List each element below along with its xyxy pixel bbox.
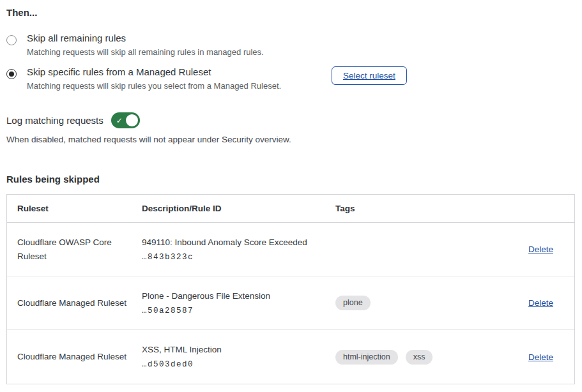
delete-link[interactable]: Delete	[528, 298, 553, 308]
option-label-skip-all: Skip all remaining rules	[27, 33, 332, 43]
column-header-tags: Tags	[335, 204, 505, 213]
rules-table: Ruleset Description/Rule ID Tags Cloudfl…	[6, 194, 575, 384]
rules-table-header: Ruleset Description/Rule ID Tags	[7, 195, 574, 223]
radio-dot	[9, 72, 14, 77]
log-matching-description: When disabled, matched requests will not…	[6, 135, 575, 144]
column-header-description: Description/Rule ID	[142, 204, 335, 213]
log-matching-label: Log matching requests	[6, 115, 103, 126]
toggle-knob	[126, 114, 138, 126]
radio-skip-specific-rules[interactable]	[6, 69, 17, 79]
then-heading: Then...	[6, 7, 575, 18]
rules-table-body: Cloudflare OWASP Core Ruleset 949110: In…	[7, 223, 574, 384]
table-row: Cloudflare OWASP Core Ruleset 949110: In…	[7, 223, 574, 276]
option-desc-skip-specific: Matching requests will skip rules you se…	[27, 81, 332, 91]
ruleset-cell: Cloudflare Managed Ruleset	[17, 296, 142, 310]
select-ruleset-button[interactable]: Select ruleset	[332, 66, 407, 85]
log-matching-section: Log matching requests ✓ When disabled, m…	[6, 112, 575, 144]
tag-pill: html-injection	[335, 350, 398, 365]
tags-cell: plone	[335, 296, 505, 310]
tag-pill: plone	[335, 296, 371, 310]
ruleset-cell: Cloudflare Managed Ruleset	[17, 350, 142, 364]
column-header-ruleset: Ruleset	[17, 204, 142, 213]
ruleset-cell: Cloudflare OWASP Core Ruleset	[17, 236, 142, 263]
option-desc-skip-all: Matching requests will skip all remainin…	[27, 47, 332, 57]
rule-description: Plone - Dangerous File Extension	[142, 291, 335, 301]
option-label-skip-specific: Skip specific rules from a Managed Rules…	[27, 66, 332, 77]
rule-description: 949110: Inbound Anomaly Score Exceeded	[142, 237, 335, 247]
log-matching-toggle[interactable]: ✓	[111, 112, 140, 128]
waf-skip-rule-panel: Then... Skip all remaining rules Matchin…	[0, 0, 582, 384]
delete-link[interactable]: Delete	[528, 352, 553, 362]
radio-dot	[9, 38, 14, 43]
delete-link[interactable]: Delete	[528, 245, 553, 254]
tags-cell: html-injectionxss	[335, 350, 505, 365]
table-row: Cloudflare Managed Ruleset XSS, HTML Inj…	[7, 330, 574, 384]
table-row: Cloudflare Managed Ruleset Plone - Dange…	[7, 276, 574, 330]
option-skip-specific-rules: Skip specific rules from a Managed Rules…	[6, 66, 575, 91]
check-icon: ✓	[116, 116, 123, 124]
rule-id: …d503ded0	[142, 360, 335, 369]
rules-being-skipped-heading: Rules being skipped	[6, 174, 575, 185]
tag-pill: xss	[406, 350, 433, 365]
rule-description: XSS, HTML Injection	[142, 345, 335, 354]
rule-id: …50a28587	[142, 306, 335, 315]
option-skip-all-remaining: Skip all remaining rules Matching reques…	[6, 33, 575, 57]
radio-skip-all-remaining[interactable]	[6, 35, 17, 45]
rule-id: …843b323c	[142, 253, 335, 262]
